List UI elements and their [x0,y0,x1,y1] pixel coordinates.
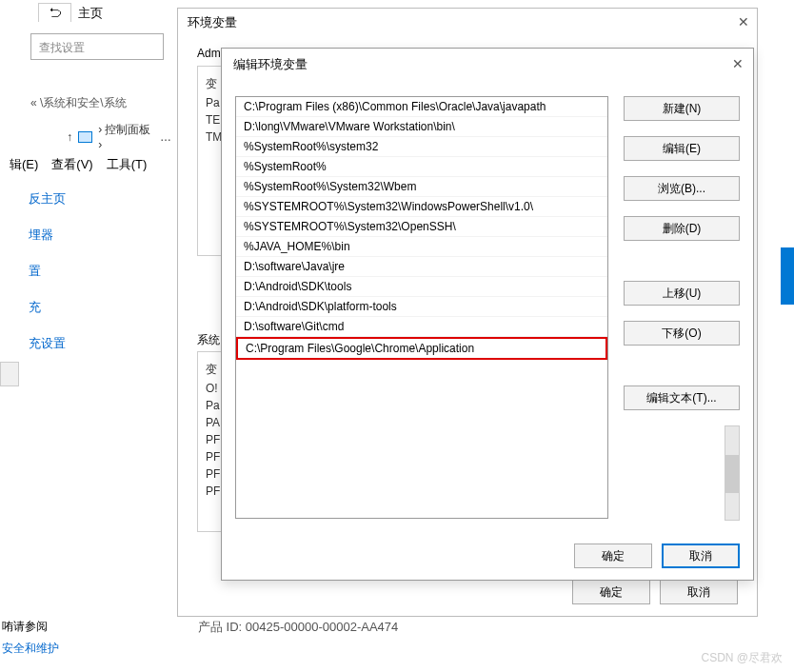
env-vars-title-text: 环境变量 [188,15,237,30]
side-link-1[interactable]: 埋器 [29,227,66,244]
product-id: 产品 ID: 00425-00000-00002-AA474 [198,619,398,636]
scrollbar-thumb[interactable] [725,455,739,493]
cancel-button[interactable]: 取消 [660,580,738,604]
path-item[interactable]: D:\Android\SDK\platform-tools [236,297,607,317]
back-icon: ⮌ [49,6,61,20]
home-tab[interactable]: 主页 [69,3,112,24]
side-links: 反主页 埋器 置 充 充设置 [29,190,66,352]
watermark: CSDN @尽君欢 [701,650,783,666]
see-also-label: 哊请参阅 [2,620,48,633]
ok-button[interactable]: 确定 [574,544,652,568]
side-link-2[interactable]: 置 [29,263,66,280]
monitor-icon [78,131,92,143]
search-input[interactable]: 查找设置 [30,33,164,60]
right-button-column: 新建(N) 编辑(E) 浏览(B)... 删除(D) 上移(U) 下移(O) 编… [624,96,740,410]
up-icon[interactable]: ↑ [67,130,72,144]
menu-tools[interactable]: 工具(T) [107,156,148,173]
collapse-button[interactable] [0,362,19,386]
side-link-3[interactable]: 充 [29,299,66,316]
cancel-button[interactable]: 取消 [662,544,740,568]
path-item[interactable]: C:\Program Files (x86)\Common Files\Orac… [236,97,607,117]
edit-env-var-dialog: 编辑环境变量 ✕ C:\Program Files (x86)\Common F… [221,48,754,581]
path-item[interactable]: D:\long\VMware\VMware Workstation\bin\ [236,117,607,137]
nav-dots: … [160,130,171,144]
path-item[interactable]: %SystemRoot%\system32 [236,137,607,157]
edit-env-var-title-text: 编辑环境变量 [233,57,308,71]
ok-button[interactable]: 确定 [572,580,650,604]
new-button[interactable]: 新建(N) [624,96,740,121]
path-item[interactable]: D:\software\Git\cmd [236,317,607,337]
edit-env-var-title: 编辑环境变量 ✕ [222,49,753,81]
path-list[interactable]: C:\Program Files (x86)\Common Files\Orac… [235,96,608,519]
path-item[interactable]: D:\software\Java\jre [236,257,607,277]
move-down-button[interactable]: 下移(O) [624,321,740,346]
edit-text-button[interactable]: 编辑文本(T)... [624,385,740,410]
edit-button[interactable]: 编辑(E) [624,136,740,161]
close-icon[interactable]: ✕ [732,56,744,71]
delete-button[interactable]: 删除(D) [624,216,740,241]
path-item[interactable]: %SYSTEMROOT%\System32\WindowsPowerShell\… [236,197,607,217]
path-item[interactable]: D:\Android\SDK\tools [236,277,607,297]
user-vars-label: Adm [197,47,221,60]
nav-path: ↑ › 控制面板 › … [67,122,171,151]
move-up-button[interactable]: 上移(U) [624,281,740,306]
menu-bar: 辑(E) 查看(V) 工具(T) [10,156,147,173]
back-tab[interactable]: ⮌ [38,3,71,22]
windows-accent-edge [781,247,794,305]
footer-links: 哊请参阅 安全和维护 [2,619,59,657]
path-item[interactable]: C:\Program Files\Google\Chrome\Applicati… [236,337,607,360]
path-item[interactable]: %SYSTEMROOT%\System32\OpenSSH\ [236,217,607,237]
scrollbar[interactable] [725,425,740,521]
side-link-4[interactable]: 充设置 [29,335,66,352]
path-item[interactable]: %JAVA_HOME%\bin [236,237,607,257]
browse-button[interactable]: 浏览(B)... [624,176,740,201]
menu-edit[interactable]: 辑(E) [10,156,38,173]
security-maint-link[interactable]: 安全和维护 [2,641,59,657]
system-vars-label: 系统 [197,332,220,348]
control-panel-link[interactable]: › 控制面板 › [98,122,154,151]
menu-view[interactable]: 查看(V) [51,156,92,173]
env-vars-title: 环境变量 ✕ [178,9,757,37]
breadcrumb: « \系统和安全\系统 [30,95,127,111]
path-item[interactable]: %SystemRoot%\System32\Wbem [236,177,607,197]
close-icon[interactable]: ✕ [738,14,749,30]
side-link-0[interactable]: 反主页 [29,190,66,208]
path-item[interactable]: %SystemRoot% [236,157,607,177]
